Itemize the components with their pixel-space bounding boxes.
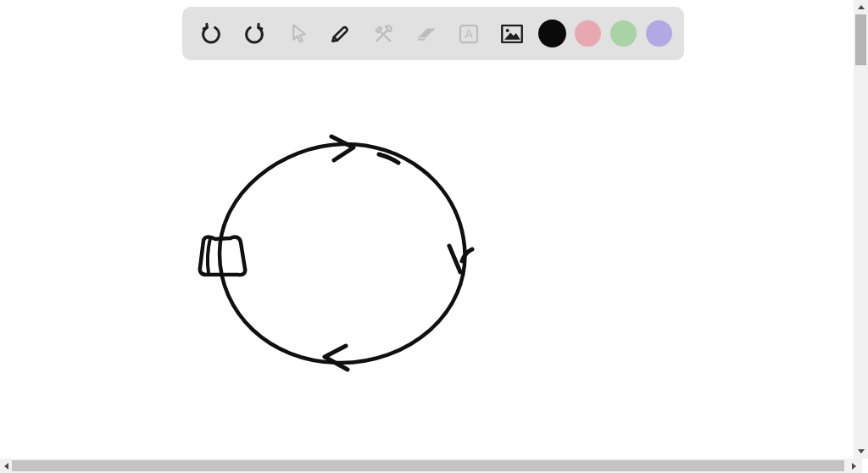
undo-icon (198, 21, 224, 47)
redo-button[interactable] (237, 17, 271, 51)
shape-tools-button[interactable] (366, 17, 400, 51)
scroll-right-icon (852, 463, 856, 470)
redo-icon (242, 21, 267, 47)
horizontal-scrollbar[interactable] (0, 459, 862, 473)
scroll-left-icon (4, 463, 8, 470)
eraser-icon (414, 21, 439, 47)
vertical-scrollbar[interactable] (854, 0, 868, 459)
eraser-tool-button[interactable] (409, 17, 443, 51)
scroll-down-button[interactable] (854, 444, 868, 459)
drawn-arrowhead-top (331, 136, 353, 160)
color-swatch-black[interactable] (538, 19, 566, 47)
pencil-tool-button[interactable] (323, 17, 357, 51)
horizontal-scrollbar-thumb[interactable] (12, 460, 844, 471)
undo-button[interactable] (194, 17, 228, 51)
scroll-down-icon (858, 449, 865, 454)
text-tool-icon: A (456, 21, 481, 47)
scroll-up-button[interactable] (854, 0, 868, 14)
vertical-scrollbar-thumb[interactable] (855, 14, 866, 65)
pencil-icon (327, 21, 353, 47)
cursor-icon (284, 21, 309, 47)
drawn-arrowhead-bottom (325, 346, 348, 370)
scroll-left-button[interactable] (0, 459, 12, 473)
drawn-circle (220, 144, 465, 363)
drawn-arrowhead-right (449, 246, 472, 272)
color-swatch-pink[interactable] (575, 20, 601, 47)
toolbar: A (182, 7, 684, 60)
color-swatch-green[interactable] (610, 20, 637, 47)
crossed-tools-icon (370, 21, 396, 47)
text-tool-letter: A (465, 27, 474, 41)
whiteboard-window: A (0, 0, 868, 473)
scroll-up-icon (858, 5, 865, 9)
insert-image-button[interactable] (495, 17, 529, 51)
image-icon (498, 20, 526, 47)
color-swatch-purple[interactable] (646, 20, 672, 47)
drawn-square-overdraw (208, 238, 210, 273)
select-cursor-button[interactable] (280, 17, 314, 51)
scroll-right-button[interactable] (848, 459, 860, 473)
text-tool-button[interactable]: A (452, 17, 486, 51)
drawing-canvas[interactable] (0, 0, 868, 473)
